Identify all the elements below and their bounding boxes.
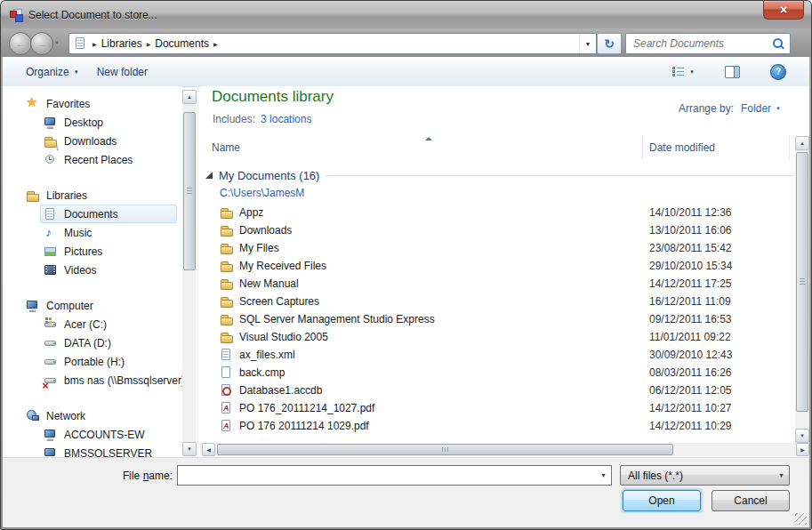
forward-button[interactable]: → xyxy=(30,32,53,55)
new-folder-button[interactable]: New folder xyxy=(88,61,157,83)
sidebar-item-label: bms nas (\\Bmssqlserver) (M xyxy=(64,374,182,387)
scroll-down-button[interactable]: ▼ xyxy=(795,429,809,443)
sidebar-scrollbar[interactable]: ▲ ▼ xyxy=(182,90,197,456)
collapse-triangle-icon[interactable] xyxy=(205,172,213,179)
file-name-combobox[interactable]: ▼ xyxy=(177,465,612,486)
organize-button[interactable]: Organize ▼ xyxy=(17,61,88,83)
arrange-by-value[interactable]: Folder xyxy=(741,102,771,115)
pdf-icon xyxy=(220,401,234,415)
file-row[interactable]: Database1.accdb06/12/2011 12:05 xyxy=(200,381,795,399)
sidebar-item-recent-places[interactable]: Recent Places xyxy=(3,150,182,169)
breadcrumb-documents[interactable]: Documents xyxy=(155,37,209,50)
sidebar-item-network[interactable]: Network xyxy=(3,406,182,425)
document-icon xyxy=(44,207,58,221)
sidebar-item-pictures[interactable]: Pictures xyxy=(3,242,182,261)
arrange-by-control[interactable]: Arrange by: Folder ▼ xyxy=(679,102,781,115)
file-row[interactable]: Screen Captures16/12/2011 11:09 xyxy=(200,293,795,310)
sidebar-scroll-thumb[interactable] xyxy=(183,112,196,270)
history-dropdown-icon[interactable]: ▼ xyxy=(54,40,60,45)
breadcrumb-libraries[interactable]: Libraries xyxy=(101,37,142,50)
file-row[interactable]: Visual Studio 200511/01/2011 09:22 xyxy=(200,328,795,346)
app-form-icon xyxy=(9,8,23,22)
sidebar-item-desktop[interactable]: Desktop xyxy=(3,113,182,132)
locations-link[interactable]: 3 locations xyxy=(261,113,311,125)
open-button-label: Open xyxy=(648,494,674,507)
list-scroll-thumb[interactable] xyxy=(796,152,808,412)
sidebar-item-label: DATA (D:) xyxy=(64,337,111,349)
file-name: back.cmp xyxy=(239,366,285,379)
file-row[interactable]: PO 176_20111214_1027.pdf14/12/2011 10:27 xyxy=(200,399,795,417)
sidebar-item-accounts-ew[interactable]: ACCOUNTS-EW xyxy=(3,425,182,444)
refresh-button[interactable]: ↻ xyxy=(597,33,622,54)
search-input[interactable] xyxy=(626,37,772,50)
column-header-date[interactable]: Date modified xyxy=(649,141,715,154)
sidebar-item-libraries[interactable]: Libraries xyxy=(3,186,182,205)
file-date-modified: 30/09/2010 12:43 xyxy=(649,349,732,361)
file-rows: Appz14/10/2011 12:36Downloads13/10/2011 … xyxy=(200,204,795,435)
file-row[interactable]: Appz14/10/2011 12:36 xyxy=(200,204,795,221)
sidebar-item-favorites[interactable]: Favorites xyxy=(3,94,182,113)
sidebar-item-music[interactable]: Music xyxy=(3,223,182,242)
sidebar-item-computer[interactable]: Computer xyxy=(3,296,182,315)
breadcrumb-arrow-icon: ▶ xyxy=(147,41,151,47)
column-separator[interactable] xyxy=(642,136,643,159)
address-bar[interactable]: ▶ Libraries ▶ Documents ▶ ▼ xyxy=(68,33,597,54)
resize-grip[interactable] xyxy=(795,513,807,525)
chevron-down-icon[interactable]: ▼ xyxy=(596,466,611,485)
scroll-down-button[interactable]: ▼ xyxy=(182,442,197,456)
file-date-modified: 13/10/2011 16:06 xyxy=(649,224,732,237)
sidebar-item-downloads[interactable]: Downloads xyxy=(3,132,182,150)
file-name-input[interactable] xyxy=(178,466,596,485)
back-button[interactable]: ← xyxy=(9,32,32,55)
address-dropdown-button[interactable]: ▼ xyxy=(579,34,596,53)
change-view-button[interactable]: ▼ xyxy=(663,61,703,83)
file-row[interactable]: Downloads13/10/2011 16:06 xyxy=(200,221,795,239)
chevron-down-icon: ▼ xyxy=(774,472,789,478)
file-row[interactable]: SQL Server Management Studio Express09/1… xyxy=(200,310,795,328)
sidebar-item-bms-nas-bmssqlserver-m[interactable]: bms nas (\\Bmssqlserver) (M xyxy=(3,371,182,389)
breadcrumb-arrow-icon: ▶ xyxy=(92,41,97,47)
folder-icon xyxy=(220,294,234,309)
file-row[interactable]: My Files23/08/2011 15:42 xyxy=(200,239,795,257)
file-type-dropdown[interactable]: All files (*.*) ▼ xyxy=(620,465,790,486)
sidebar-item-acer-c[interactable]: Acer (C:) xyxy=(3,315,182,333)
sidebar-item-videos[interactable]: Videos xyxy=(3,261,182,279)
file-row[interactable]: New Manual14/12/2011 17:25 xyxy=(200,275,795,293)
sidebar-item-label: ACCOUNTS-EW xyxy=(64,429,145,441)
file-date-modified: 14/10/2011 12:36 xyxy=(649,206,732,219)
video-icon xyxy=(44,263,58,277)
cancel-button-label: Cancel xyxy=(734,494,767,507)
scroll-left-button[interactable]: ◀ xyxy=(202,443,215,456)
scroll-up-button[interactable]: ▲ xyxy=(182,90,197,104)
cancel-button[interactable]: Cancel xyxy=(712,490,790,511)
library-icon xyxy=(26,189,40,203)
file-date-modified: 14/12/2011 10:27 xyxy=(649,402,732,414)
new-folder-label: New folder xyxy=(97,66,148,78)
file-name: PO 176 20111214 1029.pdf xyxy=(239,420,369,432)
sidebar-item-bmssqlserver[interactable]: BMSSQLSERVER xyxy=(3,444,182,458)
sidebar-item-portable-h[interactable]: Portable (H:) xyxy=(3,352,182,371)
file-name: My Files xyxy=(239,242,279,254)
group-header[interactable]: My Documents (16) xyxy=(205,166,793,184)
column-separator[interactable] xyxy=(789,136,790,159)
list-horizontal-scrollbar[interactable]: ◀ ▶ xyxy=(200,443,809,456)
file-row[interactable]: back.cmp08/03/2011 16:26 xyxy=(200,364,795,381)
open-button[interactable]: Open xyxy=(623,490,701,511)
scroll-right-button[interactable]: ▶ xyxy=(796,443,809,456)
preview-pane-button[interactable] xyxy=(716,61,749,83)
sidebar-item-documents[interactable]: Documents xyxy=(40,205,177,223)
column-header-name[interactable]: Name xyxy=(212,141,240,154)
file-row[interactable]: PO 176 20111214 1029.pdf14/12/2011 10:29 xyxy=(200,417,795,435)
sidebar-item-data-d[interactable]: DATA (D:) xyxy=(3,333,182,352)
close-button[interactable]: × xyxy=(763,1,804,20)
list-vertical-scrollbar[interactable]: ▲ ▼ xyxy=(795,136,809,443)
search-box[interactable] xyxy=(625,33,791,54)
help-button[interactable]: ? xyxy=(761,61,795,83)
horizontal-scroll-thumb[interactable] xyxy=(217,444,673,455)
group-title: My Documents (16) xyxy=(219,169,319,182)
file-row[interactable]: ax_files.xml30/09/2010 12:43 xyxy=(200,346,795,364)
group-path-link[interactable]: C:\Users\JamesM xyxy=(220,187,304,199)
scroll-up-button[interactable]: ▲ xyxy=(795,136,809,150)
file-icon xyxy=(220,365,234,380)
file-row[interactable]: My Received Files29/10/2010 15:34 xyxy=(200,257,795,275)
